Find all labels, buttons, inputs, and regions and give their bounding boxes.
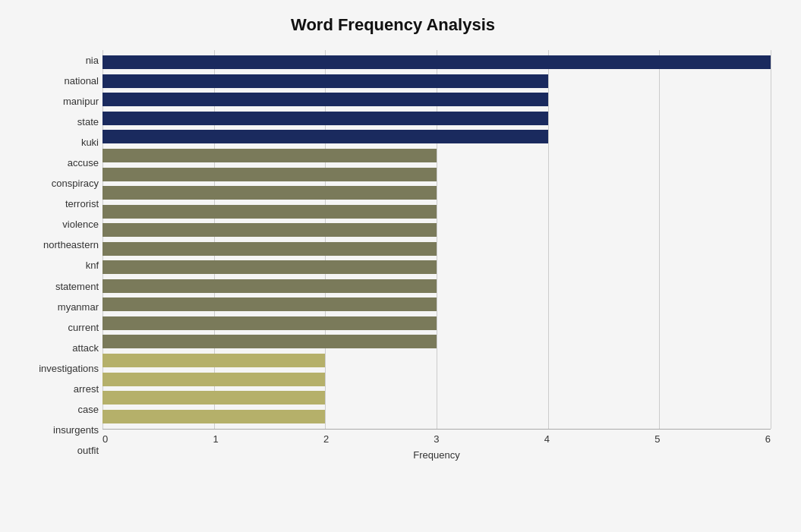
bar: [102, 297, 437, 311]
y-label: knf: [15, 259, 99, 272]
x-tick: 0: [102, 433, 108, 445]
y-axis: nianationalmanipurstatekukiaccuseconspir…: [15, 50, 102, 461]
bar: [102, 242, 437, 256]
y-label: northeastern: [15, 238, 99, 251]
bar-row: [102, 295, 771, 314]
bar: [102, 335, 437, 348]
y-label: current: [15, 321, 99, 334]
x-axis-label: Frequency: [102, 449, 771, 461]
x-axis: 0123456: [102, 429, 771, 446]
bar: [102, 260, 437, 274]
chart-area: nianationalmanipurstatekukiaccuseconspir…: [15, 50, 771, 461]
y-label: national: [15, 74, 99, 87]
bar: [102, 149, 437, 162]
bar: [102, 316, 437, 330]
grid-line: [771, 50, 771, 429]
bar-row: [102, 53, 771, 72]
y-label: outfit: [15, 444, 99, 457]
bar-row: [102, 202, 771, 221]
bar-row: [102, 221, 771, 240]
y-label: conspiracy: [15, 177, 99, 190]
bar-row: [102, 90, 771, 109]
bar-row: [102, 127, 771, 146]
bar-row: [102, 72, 771, 91]
y-label: kuki: [15, 136, 99, 149]
bar-row: [102, 165, 771, 184]
bar: [102, 354, 325, 367]
bar-row: [102, 184, 771, 203]
y-label: attack: [15, 342, 99, 354]
bar-row: [102, 407, 771, 426]
y-label: myanmar: [15, 301, 99, 313]
y-label: insurgents: [15, 423, 99, 436]
x-tick: 6: [765, 433, 771, 445]
y-label: arrest: [15, 382, 99, 395]
y-label: nia: [15, 54, 99, 67]
chart-container: Word Frequency Analysis nianationalmanip…: [0, 0, 801, 532]
x-tick: 4: [544, 433, 550, 445]
bar-row: [102, 351, 771, 370]
bar-row: [102, 146, 771, 165]
bar: [102, 93, 548, 106]
x-tick: 3: [434, 433, 439, 445]
y-label: manipur: [15, 95, 99, 108]
bar: [102, 373, 325, 386]
y-label: investigations: [15, 362, 99, 375]
x-tick: 2: [323, 433, 329, 445]
bars-and-x: 0123456 Frequency: [102, 50, 771, 461]
bar: [102, 130, 548, 143]
bar-row: [102, 239, 771, 258]
bar: [102, 205, 437, 219]
bar-row: [102, 277, 771, 296]
bar-row: [102, 332, 771, 351]
x-tick: 1: [213, 433, 218, 445]
y-label: case: [15, 403, 99, 416]
bar: [102, 55, 771, 69]
bars-inner: [102, 50, 771, 429]
bar: [102, 391, 325, 405]
bar-row: [102, 389, 771, 408]
y-label: accuse: [15, 156, 99, 169]
bar: [102, 112, 548, 125]
y-label: terrorist: [15, 197, 99, 210]
bar-row: [102, 258, 771, 277]
bar-row: [102, 314, 771, 333]
y-label: state: [15, 115, 99, 128]
chart-title: Word Frequency Analysis: [15, 15, 771, 35]
bar-row: [102, 109, 771, 128]
bar-row: [102, 370, 771, 389]
bars-area: [102, 50, 771, 429]
y-label: violence: [15, 218, 99, 231]
bar: [102, 74, 548, 88]
bar: [102, 223, 437, 237]
bar: [102, 279, 437, 293]
bar: [102, 410, 325, 423]
x-tick: 5: [654, 433, 660, 445]
bar: [102, 168, 437, 181]
bar: [102, 186, 437, 200]
y-label: statement: [15, 280, 99, 293]
x-axis-line: [102, 429, 771, 430]
